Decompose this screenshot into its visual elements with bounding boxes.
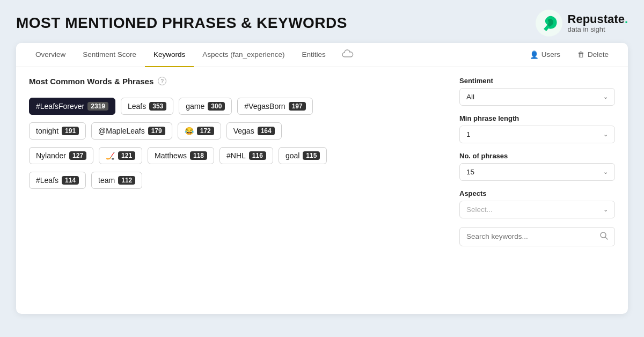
tag-count: 172: [197, 127, 214, 135]
chevron-down-icon: ⌄: [603, 93, 608, 100]
tab-overview[interactable]: Overview: [27, 43, 74, 67]
tags-container: #LeafsForever2319Leafs353game300#VegasBo…: [29, 98, 447, 191]
tag-count: 2319: [87, 102, 108, 111]
tag-count: 164: [258, 127, 275, 135]
tag-text: #NHL: [226, 151, 246, 160]
chevron-down-icon-3: ⌄: [603, 169, 608, 175]
tag-count: 191: [62, 127, 79, 135]
tag-text: Leafs: [128, 102, 146, 111]
tag-text: #LeafsForever: [36, 102, 84, 111]
logo-text: Repustate. data in sight: [568, 13, 628, 33]
min-phrase-value: 1: [466, 130, 471, 138]
tag-count: 114: [62, 176, 79, 185]
users-label: Users: [541, 50, 560, 58]
tag-item[interactable]: 😂172: [178, 122, 221, 140]
users-button[interactable]: 👤 Users: [521, 44, 569, 65]
tag-text: #VegasBorn: [244, 102, 285, 111]
tag-text: tonight: [36, 127, 58, 135]
tag-count: 116: [249, 151, 266, 160]
trash-icon: 🗑: [577, 50, 585, 58]
tab-keywords[interactable]: Keywords: [145, 43, 194, 67]
tag-row: #LeafsForever2319Leafs353game300#VegasBo…: [29, 98, 447, 115]
cloud-icon[interactable]: [334, 44, 361, 65]
tag-item[interactable]: tonight191: [29, 122, 86, 140]
tag-item[interactable]: goal115: [279, 147, 327, 164]
repustate-logo-icon: [536, 10, 562, 36]
tag-text: Vegas: [233, 127, 254, 135]
tag-count: 197: [289, 102, 306, 111]
tag-count: 112: [118, 176, 135, 185]
tag-item[interactable]: @MapleLeafs179: [91, 122, 172, 140]
tab-entities[interactable]: Entities: [293, 43, 334, 67]
logo-name: Repustate.: [568, 13, 628, 25]
tag-item[interactable]: #LeafsForever2319: [29, 98, 115, 115]
tag-row: Nylander127🏒121Matthews118#NHL116goal115: [29, 147, 447, 164]
tag-item[interactable]: #VegasBorn197: [237, 98, 312, 115]
tag-item[interactable]: #NHL116: [219, 147, 273, 164]
content-area: Most Common Words & Phrases ? #LeafsFore…: [16, 67, 628, 314]
user-icon: 👤: [530, 50, 539, 59]
aspects-placeholder: Select...: [466, 206, 493, 214]
tag-text: @MapleLeafs: [98, 127, 145, 135]
no-phrases-filter: No. of phrases 15 ⌄: [459, 152, 615, 181]
svg-line-2: [605, 237, 608, 239]
sentiment-label: Sentiment: [459, 77, 615, 85]
tag-count: 115: [303, 151, 320, 160]
search-keywords-box: [459, 227, 615, 246]
tag-text: Matthews: [155, 151, 187, 160]
tag-count: 127: [69, 151, 86, 160]
tag-text: goal: [286, 151, 299, 160]
tag-row: tonight191@MapleLeafs179😂172Vegas164: [29, 122, 447, 140]
section-title-text: Most Common Words & Phrases: [29, 77, 153, 86]
tag-count: 353: [149, 102, 166, 111]
tabs-bar: Overview Sentiment Score Keywords Aspect…: [16, 43, 628, 67]
chevron-down-icon-2: ⌄: [603, 131, 608, 138]
tag-count: 300: [208, 102, 225, 111]
sentiment-select[interactable]: All ⌄: [459, 88, 615, 106]
tag-item[interactable]: Matthews118: [148, 147, 214, 164]
tag-item[interactable]: game300: [179, 98, 232, 115]
aspects-filter: Aspects Select... ⌄: [459, 189, 615, 218]
section-title: Most Common Words & Phrases ?: [29, 77, 447, 86]
no-phrases-select[interactable]: 15 ⌄: [459, 163, 615, 181]
tag-text: team: [98, 176, 115, 185]
min-phrase-select[interactable]: 1 ⌄: [459, 126, 615, 143]
tag-item[interactable]: Vegas164: [226, 122, 282, 140]
delete-button[interactable]: 🗑 Delete: [569, 44, 617, 65]
delete-label: Delete: [588, 50, 609, 58]
logo-sub: data in sight: [568, 25, 628, 33]
no-phrases-value: 15: [466, 168, 474, 176]
no-phrases-label: No. of phrases: [459, 152, 615, 160]
aspects-select[interactable]: Select... ⌄: [459, 201, 615, 218]
tag-count: 179: [148, 127, 165, 135]
help-icon[interactable]: ?: [158, 77, 166, 85]
page-title: MOST MENTIONED PHRASES & KEYWORDS: [16, 14, 347, 32]
min-phrase-filter: Min phrase length 1 ⌄: [459, 114, 615, 143]
tag-item[interactable]: team112: [91, 172, 142, 189]
tag-text: 😂: [185, 127, 194, 135]
search-keywords-input[interactable]: [466, 232, 596, 240]
tag-count: 121: [118, 151, 135, 160]
tag-item[interactable]: Leafs353: [121, 98, 173, 115]
logo: Repustate. data in sight: [536, 10, 628, 36]
tag-text: game: [186, 102, 204, 111]
tag-item[interactable]: Nylander127: [29, 147, 93, 164]
main-card: Overview Sentiment Score Keywords Aspect…: [16, 43, 628, 314]
aspects-label: Aspects: [459, 189, 615, 197]
tag-item[interactable]: 🏒121: [99, 147, 142, 164]
tag-item[interactable]: #Leafs114: [29, 172, 86, 189]
tag-row: #Leafs114team112: [29, 172, 447, 189]
tag-text: #Leafs: [36, 176, 58, 185]
tab-sentiment-score[interactable]: Sentiment Score: [74, 43, 145, 67]
tag-count: 118: [190, 151, 207, 160]
tab-aspects[interactable]: Aspects (fan_experience): [194, 43, 293, 67]
sentiment-filter: Sentiment All ⌄: [459, 77, 615, 106]
tag-text: Nylander: [36, 151, 66, 160]
sidebar: Sentiment All ⌄ Min phrase length 1 ⌄ No…: [459, 77, 615, 304]
phrases-section: Most Common Words & Phrases ? #LeafsFore…: [29, 77, 447, 304]
min-phrase-label: Min phrase length: [459, 114, 615, 122]
search-icon[interactable]: [600, 232, 608, 241]
tag-text: 🏒: [106, 151, 115, 160]
chevron-down-icon-4: ⌄: [603, 206, 608, 213]
sentiment-value: All: [466, 93, 474, 101]
